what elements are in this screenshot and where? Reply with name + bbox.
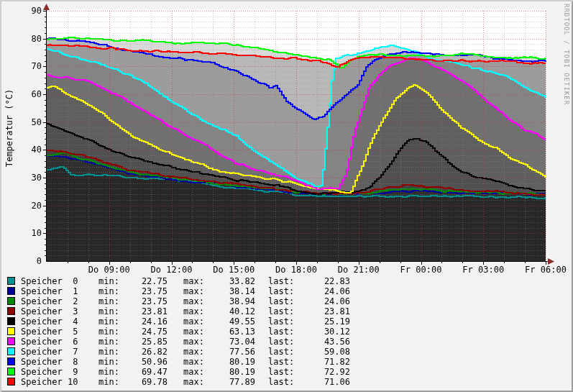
legend-max-value: 38.14 [210, 286, 255, 296]
legend-max-value: 33.82 [210, 276, 255, 286]
y-axis-title: Temperatur (°C) [4, 78, 14, 178]
x-tick-label: Fr 06:00 [520, 265, 572, 275]
legend-last-value: 23.81 [305, 306, 350, 316]
legend-max-label: max: [183, 306, 204, 316]
y-tick-label: 70 [26, 61, 42, 71]
legend-max-label: max: [183, 316, 204, 327]
legend-max-value: 63.13 [210, 327, 255, 337]
legend-min-value: 69.78 [122, 377, 168, 387]
x-tick-label: Do 09:00 [83, 265, 135, 275]
y-tick-label: 90 [26, 6, 42, 16]
legend-min-value: 69.47 [122, 367, 168, 377]
legend-series-name: Speicher 4 [21, 316, 78, 327]
legend-row: Speicher 0min:22.75max:33.82last:22.83 [0, 276, 573, 286]
legend-min-value: 23.75 [122, 296, 168, 306]
y-tick-label: 50 [26, 117, 42, 127]
y-tick-label: 0 [26, 256, 42, 266]
legend-max-label: max: [183, 276, 204, 286]
legend-max-label: max: [183, 337, 204, 347]
x-tick-label: Do 21:00 [333, 265, 385, 275]
legend-last-label: last: [268, 286, 294, 296]
legend-min-value: 50.96 [122, 357, 168, 367]
legend-max-value: 38.94 [210, 296, 255, 306]
legend-min-label: min: [98, 357, 119, 367]
legend-last-label: last: [268, 347, 294, 357]
legend-last-value: 30.12 [305, 327, 350, 337]
legend-swatch [7, 327, 15, 335]
legend-swatch [7, 347, 15, 355]
legend-max-value: 49.55 [210, 316, 255, 327]
legend-row: Speicher 7min:26.82max:77.56last:59.08 [0, 347, 573, 357]
legend-swatch [7, 317, 15, 325]
legend-min-label: min: [98, 296, 119, 306]
legend-row: Speicher 1min:23.75max:38.14last:24.06 [0, 286, 573, 296]
legend-row: Speicher 2min:23.75max:38.94last:24.06 [0, 296, 573, 306]
legend-min-label: min: [98, 377, 119, 387]
legend-row: Speicher 6min:25.85max:73.04last:43.56 [0, 337, 573, 347]
legend-min-value: 23.81 [122, 306, 168, 316]
legend-min-value: 25.85 [122, 337, 168, 347]
legend-min-label: min: [98, 327, 119, 337]
legend-last-value: 24.06 [305, 296, 350, 306]
legend-last-label: last: [268, 337, 294, 347]
legend-series-name: Speicher 7 [21, 347, 78, 357]
legend-swatch [7, 357, 15, 365]
legend-series-name: Speicher 0 [21, 276, 78, 286]
legend-series-name: Speicher 5 [21, 327, 78, 337]
legend-row: Speicher 9min:69.47max:80.19last:72.92 [0, 367, 573, 377]
legend-row: Speicher 4min:24.16max:49.55last:25.19 [0, 316, 573, 327]
legend-max-value: 77.56 [210, 347, 255, 357]
legend-last-value: 71.06 [305, 377, 350, 387]
legend-series-name: Speicher 3 [21, 306, 78, 316]
x-tick-label: Do 15:00 [208, 265, 260, 275]
legend-min-value: 24.16 [122, 316, 168, 327]
legend-swatch [7, 378, 15, 386]
legend-max-value: 40.12 [210, 306, 255, 316]
y-tick-label: 30 [26, 173, 42, 183]
legend-last-label: last: [268, 276, 294, 286]
legend-max-value: 80.19 [210, 357, 255, 367]
legend-series-name: Speicher 9 [21, 367, 78, 377]
legend-max-value: 77.89 [210, 377, 255, 387]
legend-min-label: min: [98, 367, 119, 377]
legend-last-value: 43.56 [305, 337, 350, 347]
legend-last-value: 24.06 [305, 286, 350, 296]
x-tick-label: Fr 03:00 [457, 265, 509, 275]
legend-series-name: Speicher 10 [21, 377, 78, 387]
legend-min-value: 26.82 [122, 347, 168, 357]
legend-max-label: max: [183, 357, 204, 367]
legend-swatch [7, 368, 15, 375]
y-tick-label: 80 [26, 34, 42, 44]
legend-max-label: max: [183, 327, 204, 337]
legend-min-label: min: [98, 286, 119, 296]
legend-series-name: Speicher 1 [21, 286, 78, 296]
legend-max-value: 73.04 [210, 337, 255, 347]
legend-max-label: max: [183, 367, 204, 377]
x-tick-label: Do 18:00 [270, 265, 322, 275]
legend-max-value: 80.19 [210, 367, 255, 377]
legend-last-value: 22.83 [305, 276, 350, 286]
legend-max-label: max: [183, 286, 204, 296]
legend-last-label: last: [268, 296, 294, 306]
legend-min-label: min: [98, 306, 119, 316]
legend-last-value: 25.19 [305, 316, 350, 327]
legend-min-value: 22.75 [122, 276, 168, 286]
legend-swatch [7, 287, 15, 295]
legend-row: Speicher 5min:24.75max:63.13last:30.12 [0, 327, 573, 337]
legend-max-label: max: [183, 347, 204, 357]
legend-swatch [7, 307, 15, 315]
legend-max-label: max: [183, 296, 204, 306]
legend-min-label: min: [98, 347, 119, 357]
legend-max-label: max: [183, 377, 204, 387]
legend-last-value: 71.82 [305, 357, 350, 367]
legend-swatch [7, 337, 15, 345]
y-tick-label: 60 [26, 89, 42, 99]
y-tick-label: 20 [26, 201, 42, 211]
legend-last-label: last: [268, 357, 294, 367]
x-tick-label: Do 12:00 [146, 265, 198, 275]
y-tick-label: 10 [26, 228, 42, 238]
legend-series-name: Speicher 6 [21, 337, 78, 347]
legend-last-label: last: [268, 367, 294, 377]
chart-plot-canvas [0, 0, 573, 275]
legend-min-label: min: [98, 337, 119, 347]
